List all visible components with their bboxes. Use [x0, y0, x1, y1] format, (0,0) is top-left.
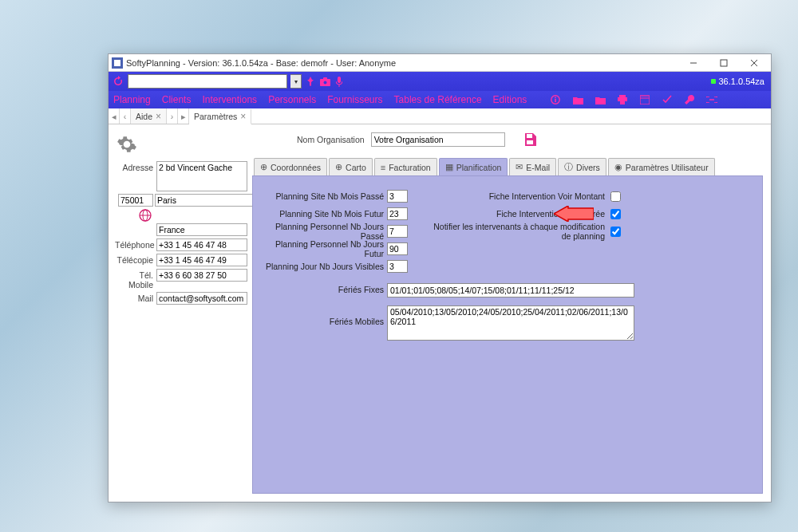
- camera-icon[interactable]: [319, 76, 330, 87]
- menu-clients[interactable]: Clients: [162, 94, 192, 105]
- menu-tables-ref[interactable]: Tables de Référence: [394, 94, 482, 105]
- tab-nav-prev[interactable]: ‹: [120, 108, 131, 124]
- tab-nav-last[interactable]: ▸: [178, 108, 189, 124]
- jour-visibles-label: Planning Jour Nb Jours Visibles: [261, 262, 387, 271]
- tab-planification[interactable]: ▦Planification: [439, 158, 508, 175]
- folder-icon[interactable]: [572, 96, 583, 104]
- svg-rect-15: [618, 97, 627, 101]
- menu-personnels[interactable]: Personnels: [268, 94, 316, 105]
- wrench-icon[interactable]: [684, 95, 695, 104]
- mobile-label: Tél. Mobile: [115, 269, 156, 290]
- window-title: SoftyPlanning - Version: 36.1.0.54za - B…: [126, 58, 396, 68]
- tab-nav-next[interactable]: ›: [167, 108, 178, 124]
- tab-facturation[interactable]: ≡Facturation: [374, 158, 437, 175]
- app-window: SoftyPlanning - Version: 36.1.0.54za - B…: [108, 53, 772, 502]
- postal-field[interactable]: [118, 194, 153, 207]
- organisation-label: Nom Organisation: [297, 135, 365, 144]
- close-icon[interactable]: ×: [156, 111, 161, 122]
- notifier-checkbox[interactable]: [610, 227, 621, 237]
- feries-mobiles-label: Fériés Mobiles: [261, 305, 387, 326]
- pers-passe-field[interactable]: [387, 225, 408, 238]
- print-icon[interactable]: [617, 95, 628, 104]
- link-icon[interactable]: [706, 97, 717, 103]
- tab-aide[interactable]: Aide ×: [131, 108, 167, 124]
- menu-editions[interactable]: Editions: [493, 94, 527, 105]
- telecopie-field[interactable]: [156, 254, 247, 266]
- svg-point-8: [323, 81, 326, 84]
- tab-email[interactable]: ✉E-Mail: [509, 158, 556, 175]
- tab-coordonnees[interactable]: ⊕Coordonnées: [254, 158, 327, 175]
- refresh-icon[interactable]: [112, 75, 124, 88]
- close-icon[interactable]: ×: [240, 111, 246, 122]
- menubar: Planning Clients Interventions Personnel…: [109, 91, 771, 108]
- site-passe-label: Planning Site Nb Mois Passé: [261, 191, 387, 201]
- country-field[interactable]: [156, 223, 247, 236]
- tab-label: Paramètres: [194, 112, 237, 121]
- feries-fixes-field[interactable]: [387, 283, 634, 298]
- fiche-montant-label: Fiche Intervention Voir Montant: [427, 191, 607, 201]
- city-field[interactable]: [155, 194, 264, 207]
- minimize-button[interactable]: [678, 55, 709, 71]
- info-icon: ⓘ: [564, 161, 573, 173]
- fiche-montant-checkbox[interactable]: [610, 191, 621, 202]
- organisation-field[interactable]: [371, 132, 505, 147]
- search-dropdown-button[interactable]: ▾: [290, 74, 302, 89]
- site-futur-field[interactable]: [387, 207, 408, 220]
- adresse-field[interactable]: [156, 161, 247, 191]
- pers-futur-field[interactable]: [387, 242, 408, 255]
- tab-nav-first[interactable]: ◂: [109, 108, 120, 124]
- menu-fournisseurs[interactable]: Fournisseurs: [327, 94, 382, 105]
- telephone-label: Téléphone: [115, 238, 156, 250]
- site-passe-field[interactable]: [387, 190, 408, 203]
- tab-carto[interactable]: ⊕Carto: [329, 158, 373, 175]
- globe-icon: [139, 209, 247, 222]
- mic-icon[interactable]: [334, 76, 345, 87]
- tab-divers[interactable]: ⓘDivers: [558, 158, 606, 175]
- folder2-icon[interactable]: [595, 96, 606, 104]
- fiche-duree-checkbox[interactable]: [610, 209, 621, 219]
- calendar-icon[interactable]: [639, 95, 650, 104]
- svg-rect-1: [114, 60, 120, 66]
- pin-icon[interactable]: [305, 76, 316, 87]
- pers-futur-label: Planning Personnel Nb Jours Futur: [261, 239, 387, 258]
- mail-icon: ✉: [516, 162, 523, 172]
- search-input[interactable]: [128, 74, 287, 89]
- maximize-button[interactable]: [709, 55, 739, 71]
- svg-rect-12: [555, 99, 557, 102]
- fiche-duree-label: Fiche Intervention Voir Durée: [427, 209, 607, 219]
- app-icon: [112, 57, 123, 69]
- feries-mobiles-field[interactable]: [387, 305, 634, 341]
- svg-rect-17: [640, 96, 650, 104]
- tab-params-user[interactable]: ◉Paramètres Utilisateur: [608, 158, 715, 175]
- menu-interventions[interactable]: Interventions: [202, 94, 257, 105]
- gear-icon: [117, 134, 247, 155]
- shield-icon: ◉: [614, 162, 622, 172]
- telephone-field[interactable]: [156, 238, 247, 251]
- svg-rect-9: [338, 77, 341, 83]
- site-futur-label: Planning Site Nb Mois Futur: [261, 209, 387, 219]
- tab-parametres[interactable]: Paramètres ×: [189, 109, 251, 124]
- menu-planning[interactable]: Planning: [113, 94, 151, 105]
- mobile-field[interactable]: [156, 269, 247, 282]
- mail-field[interactable]: [156, 292, 247, 305]
- svg-rect-22: [527, 134, 532, 138]
- notifier-label: Notifier les intervenants à chaque modif…: [427, 222, 607, 241]
- telecopie-label: Télécopie: [115, 254, 156, 265]
- close-button[interactable]: [739, 55, 769, 71]
- calendar-icon: ▦: [445, 162, 453, 172]
- info-icon[interactable]: [550, 95, 561, 104]
- invoice-icon: ≡: [381, 163, 385, 172]
- side-form: Adresse Téléphone Té: [109, 124, 252, 502]
- inner-tabs: ⊕Coordonnées ⊕Carto ≡Facturation ▦Planif…: [252, 158, 763, 175]
- version-badge: 36.1.0.54za: [711, 77, 768, 86]
- jour-visibles-field[interactable]: [387, 260, 408, 273]
- ribbon: ▾ 36.1.0.54za: [109, 72, 771, 91]
- save-icon[interactable]: [523, 132, 537, 147]
- svg-rect-23: [527, 140, 533, 144]
- mail-label: Mail: [115, 292, 156, 303]
- main-panel: Nom Organisation ⊕Coordonnées ⊕Carto ≡Fa…: [252, 124, 771, 502]
- svg-rect-13: [555, 97, 557, 99]
- check-icon[interactable]: [662, 95, 673, 104]
- pers-passe-label: Planning Personnel Nb Jours Passé: [261, 222, 387, 241]
- svg-rect-7: [323, 77, 327, 80]
